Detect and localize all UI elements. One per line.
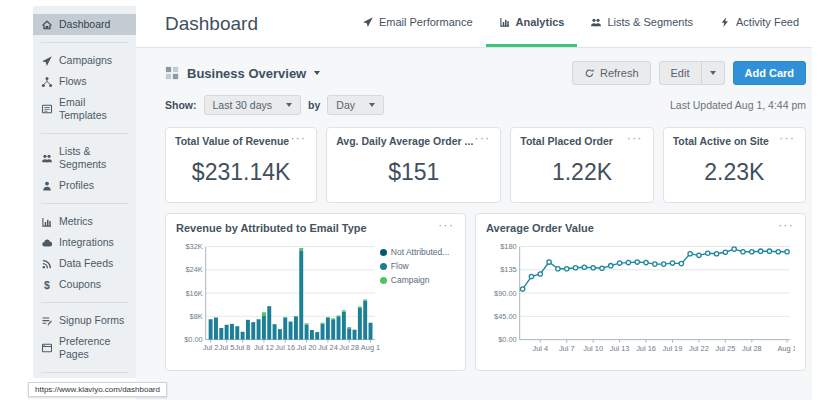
tab-lists-segments[interactable]: Lists & Segments [577,0,706,47]
sidebar-item-label: Metrics [59,215,93,228]
card-head: Revenue by Attributed to Email Type··· [176,222,455,234]
bolt-icon [719,16,731,28]
sidebar-item-label: Email Templates [59,96,128,122]
card-menu-button[interactable]: ··· [778,135,796,141]
average-order-value-card: Average Order Value···$180$135$90.00$45.… [475,213,806,371]
by-label: by [308,99,320,111]
metric-card-value: 1.22K [520,159,643,186]
dollar-icon [41,279,53,291]
interval-value: Day [336,99,355,111]
card-menu-button[interactable]: ··· [777,222,795,228]
dashboard-view-switcher[interactable]: Business Overview [165,66,320,81]
svg-text:Jul 4: Jul 4 [532,344,548,353]
svg-text:Jul 10: Jul 10 [583,344,603,353]
svg-text:$45.00: $45.00 [494,312,517,321]
sidebar-item-campaigns[interactable]: Campaigns [33,50,136,71]
sidebar-item-signup-forms[interactable]: Signup Forms [33,310,136,331]
tab-label: Email Performance [379,16,473,28]
dashboard-tabs: Email PerformanceAnalyticsLists & Segmen… [349,0,812,47]
chevron-down-icon [286,103,292,107]
status-bar: https://www.klaviyo.com/dashboard [28,382,167,397]
chevron-down-icon [369,103,375,107]
tab-label: Analytics [516,16,565,28]
legend-label: Campaign [391,275,430,285]
sidebar: DashboardCampaignsFlowsEmail TemplatesLi… [33,6,136,378]
svg-text:Jul 8: Jul 8 [235,343,251,352]
card-menu-button[interactable]: ··· [437,222,455,228]
legend-item-flow: Flow [380,261,455,271]
sidebar-divider [41,203,128,204]
card-head: Total Value of Revenue··· [175,135,307,147]
svg-text:$24K: $24K [185,265,202,274]
users-icon [590,16,602,28]
sidebar-item-profiles[interactable]: Profiles [33,175,136,196]
sidebar-item-dashboard[interactable]: Dashboard [33,14,136,35]
filter-row: Show: Last 30 days by Day Last Updated A… [165,95,806,115]
card-menu-button[interactable]: ··· [289,135,307,141]
topbar: Dashboard Email PerformanceAnalyticsList… [136,0,812,48]
svg-text:Jul 22: Jul 22 [689,344,709,353]
browser-icon [41,342,53,354]
sidebar-item-label: Integrations [59,236,114,249]
left-gutter [0,0,33,400]
tab-email-performance[interactable]: Email Performance [349,0,486,47]
legend-label: Flow [391,261,409,271]
sidebar-item-flows[interactable]: Flows [33,71,136,92]
metric-card-total-active-on-site: Total Active on Site···2.23K [663,127,806,203]
legend-item-not-attributed: Not Attributed... [380,247,455,257]
tab-label: Lists & Segments [607,16,693,28]
date-range-select[interactable]: Last 30 days [204,95,302,115]
view-switcher-label: Business Overview [187,66,306,81]
cloud-icon [41,237,53,249]
sidebar-item-data-feeds[interactable]: Data Feeds [33,253,136,274]
sidebar-item-lists-segments[interactable]: Lists & Segments [33,141,136,175]
svg-text:$16K: $16K [185,289,202,298]
svg-text:Jul 16: Jul 16 [636,344,656,353]
edit-dropdown-button[interactable] [702,61,725,85]
tab-analytics[interactable]: Analytics [486,0,578,47]
sidebar-divider [41,133,128,134]
svg-text:Jul 13: Jul 13 [610,344,630,353]
chevron-down-icon [314,71,320,75]
sidebar-item-integrations[interactable]: Integrations [33,232,136,253]
add-card-button-label: Add Card [745,67,795,79]
sidebar-item-label: Signup Forms [59,314,124,327]
refresh-icon [584,68,595,79]
dashboard-content: Business Overview Refresh Edit [136,48,812,400]
svg-text:$135: $135 [500,265,516,274]
metric-card-avg-daily-average-order: Avg. Daily Average Order ...···$151 [326,127,501,203]
sidebar-item-email-templates[interactable]: Email Templates [33,92,136,126]
card-menu-button[interactable]: ··· [473,135,491,141]
sidebar-item-preference-pages[interactable]: Preference Pages [33,331,136,365]
chevron-down-icon [710,71,716,75]
sidebar-item-label: Dashboard [59,18,110,31]
edit-button[interactable]: Edit [659,61,702,85]
svg-text:Jul 19: Jul 19 [663,344,683,353]
svg-text:$0.00: $0.00 [184,335,203,344]
card-head: Average Order Value··· [486,222,795,234]
interval-select[interactable]: Day [327,95,384,115]
main-area: Dashboard Email PerformanceAnalyticsList… [136,0,812,400]
chart-body: $180$135$90.00$45.00$0.00Jul 4Jul 7Jul 1… [486,239,795,365]
legend-dot [380,277,387,284]
show-label: Show: [165,99,197,111]
edit-button-label: Edit [671,67,690,79]
svg-text:Jul 12: Jul 12 [254,343,274,352]
card-menu-button[interactable]: ··· [626,135,644,141]
metric-cards-row: Total Value of Revenue···$231.14KAvg. Da… [165,127,806,203]
add-card-button[interactable]: Add Card [733,61,807,85]
refresh-button[interactable]: Refresh [572,61,651,85]
sidebar-item-coupons[interactable]: Coupons [33,274,136,295]
metric-card-title: Avg. Daily Average Order ... [336,135,473,147]
average-order-value-line-chart: $180$135$90.00$45.00$0.00Jul 4Jul 7Jul 1… [486,239,795,365]
toolbar-row: Business Overview Refresh Edit [165,61,806,85]
page-title: Dashboard [165,13,258,35]
grid-icon [165,66,179,80]
chart-icon [499,16,511,28]
svg-text:Aug 1: Aug 1 [361,343,380,352]
svg-text:Jul 5: Jul 5 [219,343,235,352]
metric-card-value: 2.23K [673,159,796,186]
tab-activity-feed[interactable]: Activity Feed [706,0,812,47]
user-icon [41,180,53,192]
sidebar-item-metrics[interactable]: Metrics [33,211,136,232]
